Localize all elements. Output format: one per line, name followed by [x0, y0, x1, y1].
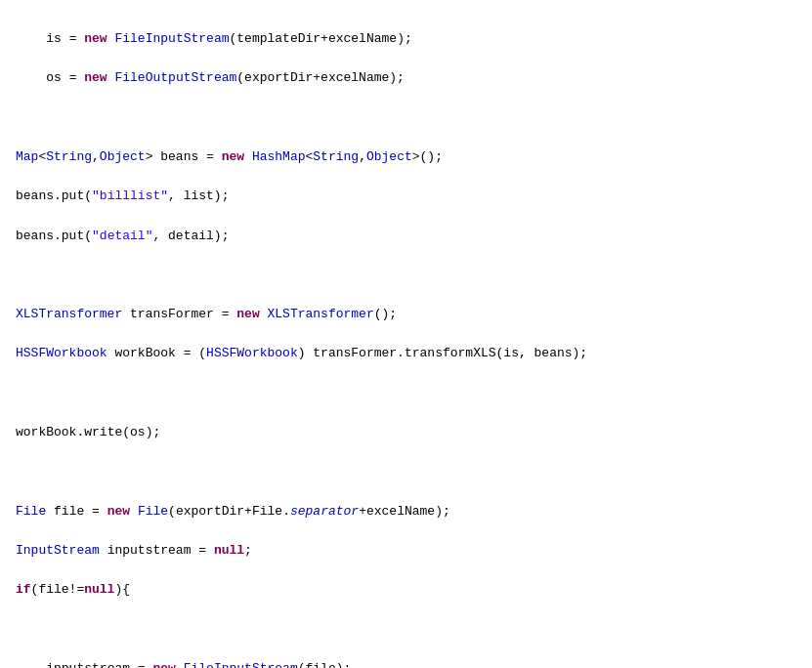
code-line: beans.put("billlist", list); [16, 187, 796, 206]
code-line: inputstream = new FileInputStream(file); [16, 659, 796, 668]
code-line: is = new FileInputStream(templateDir+exc… [16, 29, 796, 49]
code-line: if(file!=null){ [16, 580, 796, 600]
code-line [16, 462, 796, 481]
code-line [16, 619, 796, 639]
code-editor: is = new FileInputStream(templateDir+exc… [0, 0, 812, 668]
code-line: InputStream inputstream = null; [16, 541, 796, 561]
code-line: XLSTransformer transFormer = new XLSTran… [16, 305, 796, 324]
code-line [16, 266, 796, 285]
code-line: workBook.write(os); [16, 423, 796, 442]
code-line: File file = new File(exportDir+File.sepa… [16, 502, 796, 522]
code-line [16, 108, 796, 128]
code-line: beans.put("detail", detail); [16, 227, 796, 246]
code-line: Map<String,Object> beans = new HashMap<S… [16, 147, 796, 167]
code-line: HSSFWorkbook workBook = (HSSFWorkbook) t… [16, 344, 796, 363]
code-line [16, 384, 796, 403]
code-line: os = new FileOutputStream(exportDir+exce… [16, 68, 796, 88]
